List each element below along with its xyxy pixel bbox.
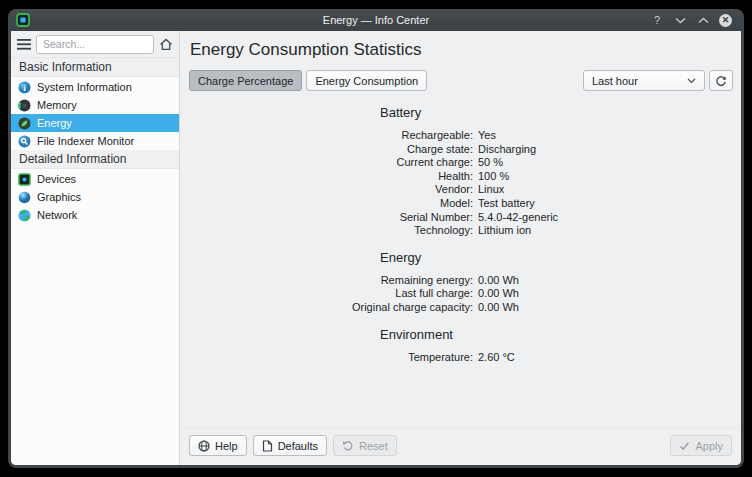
detail-label: Temperature: xyxy=(180,351,473,365)
section-title-environment: Environment xyxy=(380,327,741,342)
detail-label: Technology: xyxy=(180,224,473,238)
memory-icon xyxy=(18,99,31,112)
sidebar-item-label: Memory xyxy=(37,99,77,111)
devices-icon xyxy=(18,173,31,186)
sidebar-item-label: Graphics xyxy=(37,191,81,203)
detail-value: 5.4.0-42-generic xyxy=(478,211,741,225)
sidebar-section-basic-information: Basic Information xyxy=(11,58,179,77)
close-button[interactable]: ✕ xyxy=(719,14,732,27)
sidebar-toolbar xyxy=(11,31,179,58)
sidebar-item-devices[interactable]: Devices xyxy=(11,170,179,188)
sidebar-item-graphics[interactable]: Graphics xyxy=(11,188,179,206)
detail-label: Health: xyxy=(180,170,473,184)
detail-label: Remaining energy: xyxy=(180,274,473,288)
sidebar-empty-area xyxy=(11,224,179,465)
sidebar-item-system-information[interactable]: i System Information xyxy=(11,78,179,96)
sidebar: Basic Information i System Information xyxy=(11,31,180,465)
reset-button[interactable]: Reset xyxy=(333,435,397,456)
detail-value: 100 % xyxy=(478,170,741,184)
sidebar-section-detailed-information: Detailed Information xyxy=(11,150,179,169)
battery-details: Rechargeable: Yes Charge state: Discharg… xyxy=(180,129,741,238)
chevron-down-icon xyxy=(687,78,696,84)
refresh-icon xyxy=(715,75,727,87)
app-icon xyxy=(16,13,30,27)
main-panel: Energy Consumption Statistics Charge Per… xyxy=(180,31,741,465)
detail-label: Charge state: xyxy=(180,143,473,157)
hamburger-menu-icon[interactable] xyxy=(17,39,31,50)
detail-label: Current charge: xyxy=(180,156,473,170)
apply-button-label: Apply xyxy=(695,440,723,452)
help-button-label: Help xyxy=(215,440,238,452)
info-center-window: Energy — Info Center ? ✕ xyxy=(8,9,744,468)
reset-button-label: Reset xyxy=(359,440,388,452)
time-range-dropdown[interactable]: Last hour xyxy=(583,70,705,91)
page-title: Energy Consumption Statistics xyxy=(190,40,733,60)
sidebar-item-label: File Indexer Monitor xyxy=(37,135,134,147)
section-title-energy: Energy xyxy=(380,250,741,265)
sidebar-item-label: Energy xyxy=(37,117,72,129)
apply-check-icon xyxy=(679,441,690,451)
defaults-button[interactable]: Defaults xyxy=(253,435,327,456)
tab-energy-consumption[interactable]: Energy Consumption xyxy=(306,70,427,91)
sidebar-item-network[interactable]: Network xyxy=(11,206,179,224)
tab-charge-percentage[interactable]: Charge Percentage xyxy=(189,70,302,91)
energy-icon xyxy=(18,117,31,130)
defaults-button-label: Defaults xyxy=(278,440,318,452)
search-input[interactable] xyxy=(36,35,154,54)
detail-value: Linux xyxy=(478,183,741,197)
minimize-button[interactable] xyxy=(673,13,687,27)
sidebar-item-energy[interactable]: Energy xyxy=(11,114,179,132)
section-title-battery: Battery xyxy=(380,105,741,120)
sidebar-item-label: System Information xyxy=(37,81,132,93)
detail-label: Serial Number: xyxy=(180,211,473,225)
detail-label: Vendor: xyxy=(180,183,473,197)
titlebar[interactable]: Energy — Info Center ? ✕ xyxy=(11,9,741,31)
detail-value: 2.60 °C xyxy=(478,351,741,365)
defaults-icon xyxy=(262,440,273,452)
system-information-icon: i xyxy=(18,81,31,94)
detail-value: Lithium ion xyxy=(478,224,741,238)
environment-details: Temperature: 2.60 °C xyxy=(180,351,741,365)
detail-value: Yes xyxy=(478,129,741,143)
detail-value: Discharging xyxy=(478,143,741,157)
file-indexer-icon xyxy=(18,135,31,148)
detail-label: Original charge capacity: xyxy=(180,301,473,315)
detail-label: Last full charge: xyxy=(180,287,473,301)
sidebar-item-memory[interactable]: Memory xyxy=(11,96,179,114)
maximize-button[interactable] xyxy=(696,13,710,27)
energy-details: Remaining energy: 0.00 Wh Last full char… xyxy=(180,274,741,315)
detail-label: Model: xyxy=(180,197,473,211)
sidebar-item-label: Devices xyxy=(37,173,76,185)
detail-value: 50 % xyxy=(478,156,741,170)
detail-value: Test battery xyxy=(478,197,741,211)
sidebar-item-file-indexer-monitor[interactable]: File Indexer Monitor xyxy=(11,132,179,150)
detail-value: 0.00 Wh xyxy=(478,301,741,315)
footer-button-bar: Help Defaults xyxy=(180,427,741,465)
help-icon xyxy=(198,440,210,452)
sidebar-item-label: Network xyxy=(37,209,77,221)
detail-value: 0.00 Wh xyxy=(478,287,741,301)
detail-label: Rechargeable: xyxy=(180,129,473,143)
graphics-icon xyxy=(18,191,31,204)
detail-value: 0.00 Wh xyxy=(478,274,741,288)
desktop-background: { "colors": { "accent": "#3daee9", "titl… xyxy=(0,0,752,477)
network-icon xyxy=(18,209,31,222)
refresh-button[interactable] xyxy=(709,70,733,91)
reset-undo-icon xyxy=(342,440,354,451)
apply-button[interactable]: Apply xyxy=(670,435,732,456)
time-range-value: Last hour xyxy=(592,75,638,87)
help-titlebar-button[interactable]: ? xyxy=(650,13,664,27)
window-title: Energy — Info Center xyxy=(11,14,741,26)
home-icon[interactable] xyxy=(159,38,173,51)
details-content: Battery Rechargeable: Yes Charge state: … xyxy=(180,91,741,427)
help-button[interactable]: Help xyxy=(189,435,247,456)
